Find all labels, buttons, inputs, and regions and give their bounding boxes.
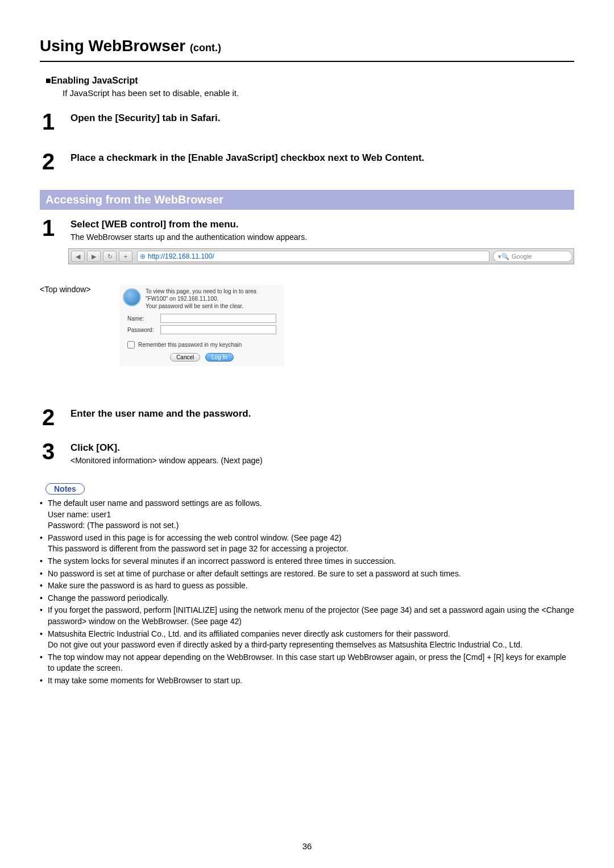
- back-button[interactable]: ◀: [71, 251, 85, 262]
- step-title: Select [WEB control] from the menu.: [70, 219, 574, 230]
- forward-button[interactable]: ▶: [87, 251, 101, 262]
- note-text: The top window may not appear depending …: [48, 652, 574, 674]
- auth-globe-icon: [123, 288, 141, 306]
- section-accessing: Accessing from the WebBrowser: [40, 190, 574, 210]
- add-button[interactable]: +: [119, 251, 132, 262]
- note-text: Change the password periodically.: [48, 593, 169, 604]
- step-desc: The WebBrowser starts up and the authent…: [70, 232, 574, 242]
- note-item: •If you forget the password, perform [IN…: [40, 605, 574, 627]
- note-text: It may take some moments for WebBrowser …: [48, 675, 242, 687]
- note-item: •The system locks for several minutes if…: [40, 556, 574, 567]
- globe-icon: ⊕: [140, 252, 146, 260]
- square-bullet: ■: [45, 76, 51, 85]
- step-click-ok: 3 Click [OK]. <Monitored information> wi…: [42, 440, 574, 465]
- search-field[interactable]: ▾ 🔍 Google: [493, 251, 572, 262]
- step-enter-credentials: 2 Enter the user name and the password.: [42, 406, 574, 429]
- note-text: Password used in this page is for access…: [48, 533, 349, 555]
- step-title: Place a checkmark in the [Enable JavaScr…: [70, 152, 574, 164]
- bullet-icon: •: [40, 593, 48, 604]
- step-number: 3: [42, 440, 70, 463]
- notes-list: •The default user name and password sett…: [40, 498, 574, 687]
- bullet-icon: •: [40, 580, 48, 592]
- bullet-icon: •: [40, 652, 48, 674]
- note-item: •Make sure the password is as hard to gu…: [40, 580, 574, 592]
- note-text: Make sure the password is as hard to gue…: [48, 580, 248, 592]
- bullet-icon: •: [40, 533, 48, 555]
- reload-button[interactable]: ↻: [103, 251, 117, 262]
- note-item: •No password is set at time of purchase …: [40, 568, 574, 580]
- magnifier-icon: 🔍: [501, 253, 509, 260]
- note-item: •Matsushita Electric Industrial Co., Ltd…: [40, 629, 574, 651]
- url-bar[interactable]: ⊕ http://192.168.11.100/: [137, 251, 489, 262]
- note-item: •Change the password periodically.: [40, 593, 574, 604]
- step-title: Click [OK].: [70, 442, 574, 454]
- notes-badge: Notes: [45, 483, 85, 495]
- password-input[interactable]: [160, 325, 276, 334]
- name-label: Name:: [127, 315, 160, 322]
- login-button[interactable]: Log In: [205, 353, 234, 362]
- step-select-web-control: 1 Select [WEB control] from the menu. Th…: [42, 217, 574, 242]
- bullet-icon: •: [40, 568, 48, 580]
- auth-dialog: To view this page, you need to log in to…: [119, 285, 284, 366]
- note-text: No password is set at time of purchase o…: [48, 568, 461, 580]
- step-title: Open the [Security] tab in Safari.: [70, 113, 574, 124]
- note-text: If you forget the password, perform [INI…: [48, 605, 574, 627]
- step-title: Enter the user name and the password.: [70, 408, 574, 420]
- bullet-icon: •: [40, 629, 48, 651]
- bullet-icon: •: [40, 605, 48, 627]
- step-desc: <Monitored information> window appears. …: [70, 456, 574, 465]
- note-text: The default user name and password setti…: [48, 498, 262, 531]
- step-open-security: 1 Open the [Security] tab in Safari.: [42, 110, 574, 133]
- search-placeholder: Google: [512, 253, 532, 260]
- step-number: 1: [42, 217, 70, 239]
- browser-toolbar: ◀ ▶ ↻ + ⊕ http://192.168.11.100/ ▾ 🔍 Goo…: [68, 248, 574, 264]
- note-item: •Password used in this page is for acces…: [40, 533, 574, 555]
- url-text: http://192.168.11.100/: [148, 252, 214, 260]
- page-title: Using WebBrowser (cont.): [40, 37, 574, 62]
- bullet-icon: •: [40, 498, 48, 531]
- auth-line3: Your password will be sent in the clear.: [146, 303, 256, 309]
- password-label: Password:: [127, 327, 160, 333]
- note-text: The system locks for several minutes if …: [48, 556, 396, 567]
- note-item: •The default user name and password sett…: [40, 498, 574, 531]
- auth-line2: "FW100" on 192.168.11.100.: [146, 296, 256, 302]
- bullet-icon: •: [40, 675, 48, 687]
- step-number: 2: [42, 150, 70, 173]
- bullet-icon: •: [40, 556, 48, 567]
- step-number: 1: [42, 110, 70, 133]
- cancel-button[interactable]: Cancel: [170, 353, 200, 362]
- note-item: •It may take some moments for WebBrowser…: [40, 675, 574, 687]
- step-number: 2: [42, 406, 70, 429]
- title-cont: (cont.): [190, 42, 221, 53]
- note-text: Matsushita Electric Industrial Co., Ltd.…: [48, 629, 522, 651]
- remember-checkbox[interactable]: [127, 341, 135, 348]
- enable-js-heading: ■Enabling JavaScript: [45, 76, 574, 86]
- auth-line1: To view this page, you need to log in to…: [146, 288, 256, 294]
- note-item: •The top window may not appear depending…: [40, 652, 574, 674]
- remember-label: Remember this password in my keychain: [138, 342, 242, 348]
- page-number: 36: [0, 841, 614, 851]
- top-window-label: <Top window>: [40, 285, 119, 366]
- name-input[interactable]: [160, 314, 276, 323]
- title-main: Using WebBrowser: [40, 37, 190, 55]
- enable-js-desc: If JavaScript has been set to disable, e…: [63, 88, 574, 98]
- step-enable-js-checkbox: 2 Place a checkmark in the [Enable JavaS…: [42, 150, 574, 173]
